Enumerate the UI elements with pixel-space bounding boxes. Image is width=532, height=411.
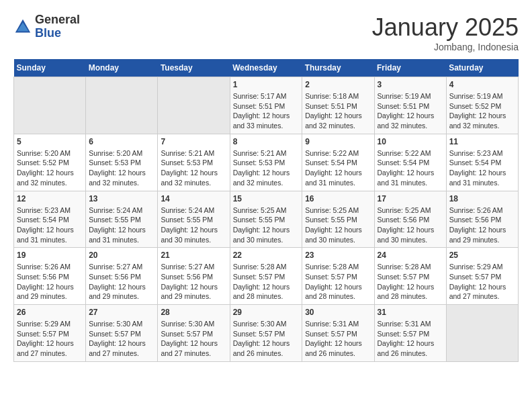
- calendar-week-row: 26Sunrise: 5:29 AM Sunset: 5:57 PM Dayli…: [14, 305, 519, 362]
- calendar-cell: 31Sunrise: 5:31 AM Sunset: 5:57 PM Dayli…: [374, 305, 446, 362]
- calendar-week-row: 19Sunrise: 5:26 AM Sunset: 5:56 PM Dayli…: [14, 248, 519, 305]
- day-info: Sunrise: 5:30 AM Sunset: 5:57 PM Dayligh…: [233, 319, 300, 359]
- day-info: Sunrise: 5:29 AM Sunset: 5:57 PM Dayligh…: [17, 319, 83, 359]
- weekday-header: Wednesday: [230, 59, 302, 77]
- logo-icon: [13, 17, 32, 36]
- day-number: 30: [305, 308, 371, 317]
- title-block: January 2025 Jombang, Indonesia: [372, 13, 519, 52]
- day-number: 17: [378, 194, 443, 203]
- day-info: Sunrise: 5:28 AM Sunset: 5:57 PM Dayligh…: [305, 262, 371, 302]
- weekday-header: Thursday: [302, 59, 374, 77]
- calendar-cell: 24Sunrise: 5:28 AM Sunset: 5:57 PM Dayli…: [374, 248, 446, 305]
- calendar-cell: 13Sunrise: 5:24 AM Sunset: 5:55 PM Dayli…: [86, 191, 158, 248]
- calendar-cell: 6Sunrise: 5:20 AM Sunset: 5:53 PM Daylig…: [86, 134, 158, 191]
- day-info: Sunrise: 5:25 AM Sunset: 5:55 PM Dayligh…: [233, 205, 300, 245]
- day-info: Sunrise: 5:17 AM Sunset: 5:51 PM Dayligh…: [233, 91, 300, 131]
- calendar-cell: 1Sunrise: 5:17 AM Sunset: 5:51 PM Daylig…: [230, 77, 302, 134]
- day-number: 3: [378, 80, 443, 89]
- day-info: Sunrise: 5:21 AM Sunset: 5:53 PM Dayligh…: [161, 148, 226, 188]
- day-number: 24: [378, 250, 443, 260]
- calendar-cell: 3Sunrise: 5:19 AM Sunset: 5:51 PM Daylig…: [374, 77, 446, 134]
- weekday-header: Sunday: [14, 59, 86, 77]
- weekday-header: Friday: [374, 59, 446, 77]
- calendar-cell: 20Sunrise: 5:27 AM Sunset: 5:56 PM Dayli…: [86, 248, 158, 305]
- weekday-header: Saturday: [446, 59, 518, 77]
- page-header: General Blue January 2025 Jombang, Indon…: [13, 13, 519, 52]
- calendar-cell: 4Sunrise: 5:19 AM Sunset: 5:52 PM Daylig…: [446, 77, 518, 134]
- day-number: 2: [305, 80, 371, 89]
- day-number: 22: [233, 250, 300, 260]
- calendar-cell: 11Sunrise: 5:23 AM Sunset: 5:54 PM Dayli…: [446, 134, 518, 191]
- day-number: 26: [17, 308, 83, 317]
- weekday-header: Tuesday: [158, 59, 230, 77]
- logo: General Blue: [13, 13, 80, 40]
- day-number: 6: [89, 137, 154, 146]
- calendar-cell: 10Sunrise: 5:22 AM Sunset: 5:54 PM Dayli…: [374, 134, 446, 191]
- day-info: Sunrise: 5:23 AM Sunset: 5:54 PM Dayligh…: [17, 205, 83, 245]
- month-title: January 2025: [372, 13, 519, 42]
- day-info: Sunrise: 5:24 AM Sunset: 5:55 PM Dayligh…: [89, 205, 154, 245]
- day-number: 19: [17, 250, 83, 260]
- day-number: 8: [233, 137, 300, 146]
- calendar-cell: [14, 77, 86, 134]
- day-number: 7: [161, 137, 226, 146]
- day-number: 10: [378, 137, 443, 146]
- calendar-cell: 7Sunrise: 5:21 AM Sunset: 5:53 PM Daylig…: [158, 134, 230, 191]
- day-info: Sunrise: 5:20 AM Sunset: 5:53 PM Dayligh…: [89, 148, 154, 188]
- day-info: Sunrise: 5:22 AM Sunset: 5:54 PM Dayligh…: [305, 148, 371, 188]
- calendar-cell: 19Sunrise: 5:26 AM Sunset: 5:56 PM Dayli…: [14, 248, 86, 305]
- day-info: Sunrise: 5:27 AM Sunset: 5:56 PM Dayligh…: [89, 262, 154, 302]
- day-info: Sunrise: 5:31 AM Sunset: 5:57 PM Dayligh…: [378, 319, 443, 359]
- weekday-header: Monday: [86, 59, 158, 77]
- day-info: Sunrise: 5:25 AM Sunset: 5:56 PM Dayligh…: [378, 205, 443, 245]
- day-number: 16: [305, 194, 371, 203]
- day-number: 21: [161, 250, 226, 260]
- calendar-cell: 16Sunrise: 5:25 AM Sunset: 5:55 PM Dayli…: [302, 191, 374, 248]
- calendar-cell: 17Sunrise: 5:25 AM Sunset: 5:56 PM Dayli…: [374, 191, 446, 248]
- day-info: Sunrise: 5:30 AM Sunset: 5:57 PM Dayligh…: [161, 319, 226, 359]
- calendar-cell: 8Sunrise: 5:21 AM Sunset: 5:53 PM Daylig…: [230, 134, 302, 191]
- calendar-cell: 15Sunrise: 5:25 AM Sunset: 5:55 PM Dayli…: [230, 191, 302, 248]
- day-info: Sunrise: 5:22 AM Sunset: 5:54 PM Dayligh…: [378, 148, 443, 188]
- day-number: 29: [233, 308, 300, 317]
- day-info: Sunrise: 5:25 AM Sunset: 5:55 PM Dayligh…: [305, 205, 371, 245]
- calendar-cell: 28Sunrise: 5:30 AM Sunset: 5:57 PM Dayli…: [158, 305, 230, 362]
- calendar-cell: 27Sunrise: 5:30 AM Sunset: 5:57 PM Dayli…: [86, 305, 158, 362]
- calendar-cell: 25Sunrise: 5:29 AM Sunset: 5:57 PM Dayli…: [446, 248, 518, 305]
- day-info: Sunrise: 5:27 AM Sunset: 5:56 PM Dayligh…: [161, 262, 226, 302]
- day-number: 9: [305, 137, 371, 146]
- day-info: Sunrise: 5:30 AM Sunset: 5:57 PM Dayligh…: [89, 319, 154, 359]
- day-info: Sunrise: 5:24 AM Sunset: 5:55 PM Dayligh…: [161, 205, 226, 245]
- calendar-cell: [86, 77, 158, 134]
- calendar-cell: 2Sunrise: 5:18 AM Sunset: 5:51 PM Daylig…: [302, 77, 374, 134]
- day-number: 1: [233, 80, 300, 89]
- day-number: 20: [89, 250, 154, 260]
- calendar-week-row: 5Sunrise: 5:20 AM Sunset: 5:52 PM Daylig…: [14, 134, 519, 191]
- calendar-cell: 22Sunrise: 5:28 AM Sunset: 5:57 PM Dayli…: [230, 248, 302, 305]
- calendar-cell: 18Sunrise: 5:26 AM Sunset: 5:56 PM Dayli…: [446, 191, 518, 248]
- day-info: Sunrise: 5:26 AM Sunset: 5:56 PM Dayligh…: [17, 262, 83, 302]
- location-text: Jombang, Indonesia: [372, 42, 519, 52]
- day-number: 14: [161, 194, 226, 203]
- calendar-cell: 23Sunrise: 5:28 AM Sunset: 5:57 PM Dayli…: [302, 248, 374, 305]
- day-number: 12: [17, 194, 83, 203]
- calendar-week-row: 12Sunrise: 5:23 AM Sunset: 5:54 PM Dayli…: [14, 191, 519, 248]
- calendar-cell: 30Sunrise: 5:31 AM Sunset: 5:57 PM Dayli…: [302, 305, 374, 362]
- day-number: 28: [161, 308, 226, 317]
- day-info: Sunrise: 5:29 AM Sunset: 5:57 PM Dayligh…: [449, 262, 515, 302]
- weekday-header-row: SundayMondayTuesdayWednesdayThursdayFrid…: [14, 59, 519, 77]
- day-info: Sunrise: 5:21 AM Sunset: 5:53 PM Dayligh…: [233, 148, 300, 188]
- day-number: 25: [449, 250, 515, 260]
- day-info: Sunrise: 5:28 AM Sunset: 5:57 PM Dayligh…: [233, 262, 300, 302]
- day-number: 11: [449, 137, 515, 146]
- calendar-cell: 12Sunrise: 5:23 AM Sunset: 5:54 PM Dayli…: [14, 191, 86, 248]
- calendar-table: SundayMondayTuesdayWednesdayThursdayFrid…: [13, 59, 519, 362]
- calendar-cell: 21Sunrise: 5:27 AM Sunset: 5:56 PM Dayli…: [158, 248, 230, 305]
- day-info: Sunrise: 5:20 AM Sunset: 5:52 PM Dayligh…: [17, 148, 83, 188]
- day-info: Sunrise: 5:31 AM Sunset: 5:57 PM Dayligh…: [305, 319, 371, 359]
- calendar-week-row: 1Sunrise: 5:17 AM Sunset: 5:51 PM Daylig…: [14, 77, 519, 134]
- calendar-cell: 14Sunrise: 5:24 AM Sunset: 5:55 PM Dayli…: [158, 191, 230, 248]
- day-number: 18: [449, 194, 515, 203]
- day-info: Sunrise: 5:26 AM Sunset: 5:56 PM Dayligh…: [449, 205, 515, 245]
- day-number: 4: [449, 80, 515, 89]
